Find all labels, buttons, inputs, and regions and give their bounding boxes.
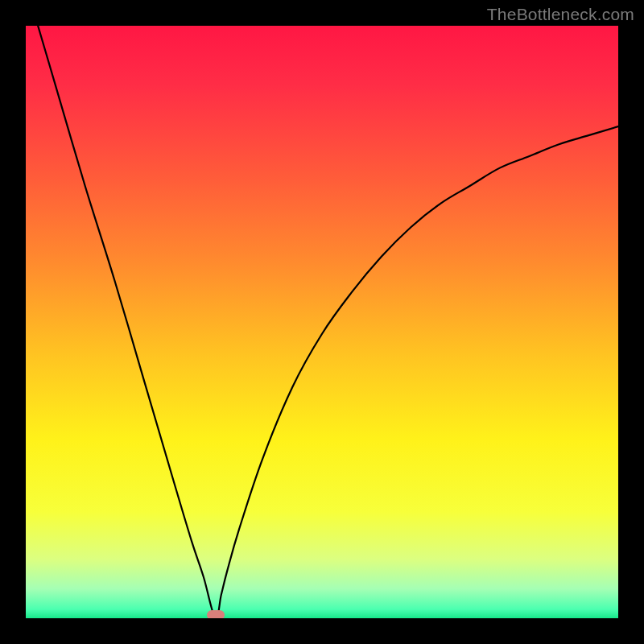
minimum-marker <box>207 610 225 618</box>
chart-stage: TheBottleneck.com <box>0 0 644 644</box>
bg-gradient-rect <box>26 26 618 618</box>
plot-area <box>26 26 618 618</box>
watermark-text: TheBottleneck.com <box>487 5 634 24</box>
chart-svg <box>26 26 618 618</box>
